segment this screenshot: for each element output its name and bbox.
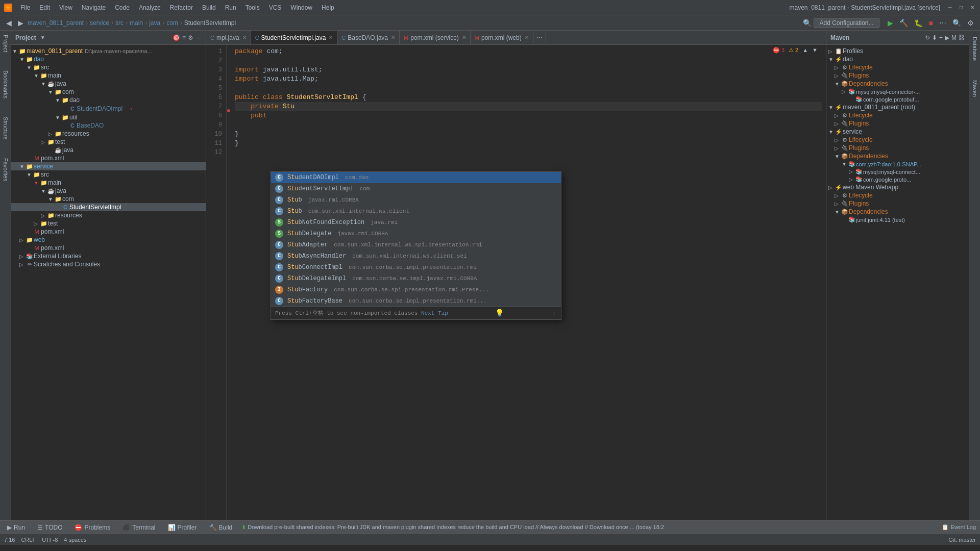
tab-mpl[interactable]: C mpl.java ✕ — [206, 31, 251, 45]
add-icon[interactable]: + — [939, 34, 943, 41]
external-libraries[interactable]: ▷ 📚 External Libraries — [11, 252, 206, 260]
encoding-indicator[interactable]: UTF-8 — [42, 537, 58, 543]
ac-item-1[interactable]: C StudentServletImpl com — [271, 183, 561, 194]
indent-indicator[interactable]: 4 spaces — [64, 537, 86, 543]
maven-web[interactable]: ▷ ⚡ web Maven Webapp — [826, 183, 969, 191]
ac-item-2[interactable]: C Stub javax.rmi.CORBA — [271, 194, 561, 206]
dao-folder[interactable]: ▼ 📁 dao — [11, 55, 206, 63]
maven-link-icon[interactable]: ⛓ — [959, 34, 965, 41]
autocomplete-dropdown[interactable]: C StudentDAOImpl com.dao C StudentServle… — [271, 171, 561, 320]
ac-item-8[interactable]: C StubConnectImpl com.sun.corba.se.impl.… — [271, 262, 561, 273]
maven-profiles[interactable]: ▷ 📋 Profiles — [826, 47, 969, 55]
project-dropdown[interactable]: ▼ — [40, 35, 45, 40]
maven-service[interactable]: ▼ ⚡ service — [826, 128, 969, 136]
debug-button[interactable]: 🐛 — [912, 18, 925, 28]
ac-item-7[interactable]: C StubAsyncHandler com.sun.xml.internal.… — [271, 251, 561, 262]
maven-root-plugins[interactable]: ▷ 🔌 Plugins — [826, 119, 969, 128]
tab-more[interactable]: ⋯ — [533, 31, 546, 45]
problems-button[interactable]: ⛔ Problems — [71, 523, 113, 532]
pom-dao[interactable]: M pom.xml — [11, 154, 206, 162]
maven-dao-lifecycle[interactable]: ▷ ⚙ Lifecycle — [826, 63, 969, 71]
maven-service-plugins[interactable]: ▷ 🔌 Plugins — [826, 144, 969, 152]
service-pom[interactable]: M pom.xml — [11, 228, 206, 236]
build-bottom-button[interactable]: 🔨 Build — [206, 523, 236, 532]
maven-service-deps[interactable]: ▼ 📦 Dependencies — [826, 152, 969, 160]
ac-more-icon[interactable]: ⋮ — [551, 309, 557, 318]
tab-basedao[interactable]: C BaseDAO.java ✕ — [337, 31, 400, 45]
minimize-button[interactable]: ─ — [946, 4, 953, 11]
tab-pom-service[interactable]: M pom.xml (service) ✕ — [400, 31, 471, 45]
maven-web-lifecycle[interactable]: ▷ ⚙ Lifecycle — [826, 191, 969, 199]
base-dao[interactable]: C BaseDAO — [11, 121, 206, 130]
menu-edit[interactable]: Edit — [35, 3, 54, 12]
maven-dao-dep-mysql[interactable]: ▷ 📚 mysql:mysql-connector-... — [826, 88, 969, 95]
maven-dao-plugins[interactable]: ▷ 🔌 Plugins — [826, 71, 969, 80]
maven-web-dep-junit[interactable]: 📚 junit:junit:4.11 (test) — [826, 216, 969, 223]
maximize-button[interactable]: □ — [958, 4, 965, 11]
src-folder[interactable]: ▼ 📁 src — [11, 63, 206, 71]
ac-item-6[interactable]: C StubAdapter com.sun.xml.internal.ws.sp… — [271, 239, 561, 251]
breadcrumb-main[interactable]: main — [130, 19, 143, 27]
tab-close[interactable]: ✕ — [462, 35, 466, 40]
ac-item-4[interactable]: S StubNotFoundException java.rmi — [271, 217, 561, 228]
menu-file[interactable]: File — [16, 3, 34, 12]
menu-window[interactable]: Window — [286, 3, 316, 12]
maven-service-dep-mysql[interactable]: ▷ 📚 mysql:mysql-connect... — [826, 168, 969, 176]
main-folder[interactable]: ▼ 📁 main — [11, 71, 206, 80]
service-main[interactable]: ▼ 📁 main — [11, 179, 206, 187]
run-button[interactable]: ▶ — [886, 18, 895, 28]
ac-item-3[interactable]: C Stub com.sun.xml.internal.ws.client — [271, 206, 561, 217]
dao-sub-folder[interactable]: ▼ 📁 dao — [11, 96, 206, 104]
maven-root-lifecycle[interactable]: ▷ ⚙ Lifecycle — [826, 111, 969, 119]
run-maven-icon[interactable]: ▶ — [945, 34, 949, 41]
menu-help[interactable]: Help — [317, 3, 338, 12]
tree-root[interactable]: ▼ 📁 maven_0811_parent D:\java-maven-spac… — [11, 47, 206, 55]
test-java-folder[interactable]: ☕ java — [11, 146, 206, 154]
crlf-indicator[interactable]: CRLF — [21, 537, 36, 543]
java-folder[interactable]: ▼ ☕ java — [11, 80, 206, 88]
student-servlet-impl[interactable]: C StudentServletImpl — [11, 203, 206, 211]
breadcrumb-com[interactable]: com — [166, 19, 178, 27]
ac-item-11[interactable]: C StubFactoryBase com.sun.corba.se.impl.… — [271, 295, 561, 307]
tab-student-servlet[interactable]: C StudentServletImpl.java ✕ — [251, 31, 338, 45]
maven-web-deps[interactable]: ▼ 📦 Dependencies — [826, 208, 969, 216]
ac-item-9[interactable]: C StubDelegateImpl com.sun.corba.se.impl… — [271, 273, 561, 284]
breadcrumb-java[interactable]: java — [149, 19, 160, 27]
maven-service-dep-proto[interactable]: ▷ 📚 com.google.proto... — [826, 176, 969, 183]
maven-dao-deps[interactable]: ▼ 📦 Dependencies — [826, 80, 969, 88]
menu-vcs[interactable]: VCS — [265, 3, 286, 12]
com-folder[interactable]: ▼ 📁 com — [11, 88, 206, 96]
menu-view[interactable]: View — [55, 3, 77, 12]
back-button[interactable]: ◀ — [4, 18, 14, 28]
project-tab[interactable]: Project — [2, 31, 10, 56]
breadcrumb-root[interactable]: maven_0811_parent — [28, 19, 84, 27]
student-dao-impl[interactable]: C StudentDAOImpl → — [11, 104, 206, 113]
menu-build[interactable]: Build — [198, 3, 220, 12]
structure-tab[interactable]: Structure — [2, 113, 10, 144]
tab-close[interactable]: ✕ — [329, 35, 333, 40]
service-test[interactable]: ▷ 📁 test — [11, 219, 206, 228]
web-folder[interactable]: ▷ 📁 web — [11, 236, 206, 244]
ac-item-0[interactable]: C StudentDAOImpl com.dao — [271, 172, 561, 183]
tab-close[interactable]: ✕ — [242, 35, 247, 40]
maven-side-tab[interactable]: Maven — [971, 76, 979, 101]
terminal-button[interactable]: ⬛ Terminal — [119, 523, 158, 532]
todo-button[interactable]: ☰ TODO — [34, 523, 65, 532]
scratches[interactable]: ▷ ✏ Scratches and Consoles — [11, 260, 206, 268]
maven-web-plugins[interactable]: ▷ 🔌 Plugins — [826, 199, 969, 208]
close-button[interactable]: ✕ — [969, 4, 976, 11]
menu-run[interactable]: Run — [221, 3, 240, 12]
maven-m-icon[interactable]: M — [951, 34, 957, 41]
build-button[interactable]: 🔨 — [897, 18, 910, 28]
ac-bulb[interactable]: 💡 — [495, 309, 504, 318]
service-com[interactable]: ▼ 📁 com — [11, 195, 206, 203]
panel-hide-icon[interactable]: — — [195, 34, 202, 41]
util-folder[interactable]: ▼ 📁 util — [11, 113, 206, 121]
settings-button[interactable]: ⚙ — [965, 18, 976, 28]
search-everywhere-button[interactable]: 🔍 — [950, 18, 963, 28]
next-tip-link[interactable]: Next Tip — [421, 310, 448, 316]
service-java[interactable]: ▼ ☕ java — [11, 187, 206, 195]
bookmarks-tab[interactable]: Bookmarks — [2, 66, 10, 103]
tab-close[interactable]: ✕ — [391, 35, 395, 40]
maven-service-lifecycle[interactable]: ▷ ⚙ Lifecycle — [826, 136, 969, 144]
